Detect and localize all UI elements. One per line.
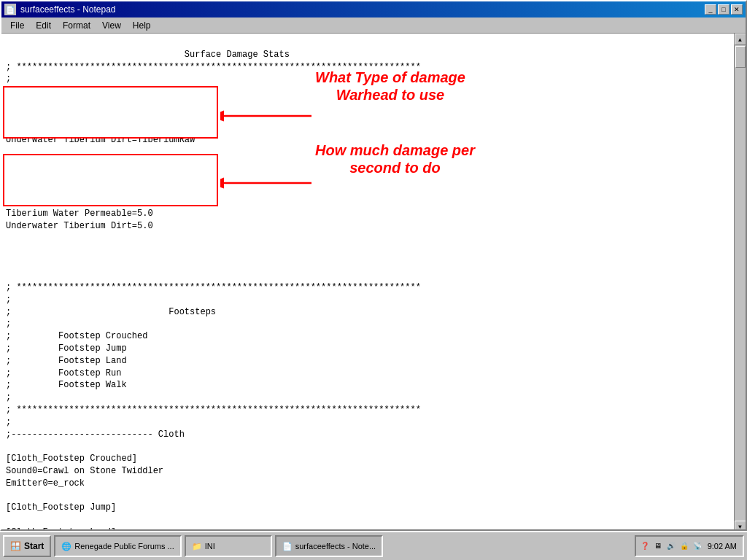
forums-label: Renegade Public Forums ... [74, 542, 174, 551]
network-tray-icon: 🖥 [652, 540, 664, 552]
content-header1: Surface Damage Stats ; *****************… [6, 50, 421, 85]
scroll-thumb-v[interactable] [735, 46, 746, 68]
title-bar-text: 📄 surfaceeffects - Notepad [4, 4, 116, 15]
text-editor[interactable]: Surface Damage Stats ; *****************… [1, 34, 734, 531]
footer-content: ; **************************************… [6, 282, 421, 531]
menu-format[interactable]: Format [57, 19, 96, 32]
app-icon: 📄 [4, 4, 16, 15]
scroll-up-button[interactable]: ▲ [735, 34, 746, 45]
scroll-track-v[interactable] [735, 45, 746, 521]
volume-tray-icon: 🔊 [665, 540, 677, 552]
minimize-button[interactable]: _ [705, 4, 716, 15]
ini-icon: 📁 [192, 542, 202, 551]
window-title: surfaceeffects - Notepad [20, 4, 116, 15]
menu-help[interactable]: Help [127, 19, 157, 32]
block1-header: [Damage_Warhead] Tiberium Field=Tiberium… [6, 86, 195, 145]
title-bar: 📄 surfaceeffects - Notepad _ □ ✕ [1, 1, 746, 18]
vertical-scrollbar[interactable]: ▲ ▼ [734, 34, 746, 531]
close-button[interactable]: ✕ [731, 4, 743, 15]
taskbar-item-ini[interactable]: 📁 INI [185, 535, 272, 557]
menu-bar: File Edit Format View Help [1, 18, 746, 34]
forums-icon: 🌐 [61, 542, 71, 551]
taskbar: 🪟 Start 🌐 Renegade Public Forums ... 📁 I… [0, 531, 747, 560]
menu-edit[interactable]: Edit [30, 19, 57, 32]
wifi-tray-icon: 📡 [692, 540, 703, 552]
taskbar-item-forums[interactable]: 🌐 Renegade Public Forums ... [54, 535, 181, 557]
start-label: Start [24, 541, 44, 551]
taskbar-item-notepad[interactable]: 📄 surfaceeffects - Note... [275, 535, 383, 557]
editor-area[interactable]: Surface Damage Stats ; *****************… [1, 34, 746, 531]
maximize-button[interactable]: □ [718, 4, 729, 15]
menu-file[interactable]: File [4, 19, 30, 32]
notepad-icon: 📄 [282, 542, 293, 551]
start-button[interactable]: 🪟 Start [3, 535, 51, 557]
block2-header: [Damage_Rate] Tiberium Field=5.0 Tiberiu… [6, 172, 153, 231]
start-icon: 🪟 [10, 541, 21, 551]
help-tray-icon: ❓ [639, 540, 651, 552]
title-bar-buttons: _ □ ✕ [705, 4, 743, 15]
menu-view[interactable]: View [96, 19, 127, 32]
system-tray: ❓ 🖥 🔊 🔒 📡 9:02 AM [635, 535, 744, 557]
ini-label: INI [205, 542, 215, 551]
scroll-down-button[interactable]: ▼ [735, 521, 746, 531]
notepad-label: surfaceeffects - Note... [295, 542, 376, 551]
notepad-window: 📄 surfaceeffects - Notepad _ □ ✕ File Ed… [0, 0, 747, 531]
clock: 9:02 AM [705, 542, 740, 551]
security-tray-icon: 🔒 [678, 540, 690, 552]
